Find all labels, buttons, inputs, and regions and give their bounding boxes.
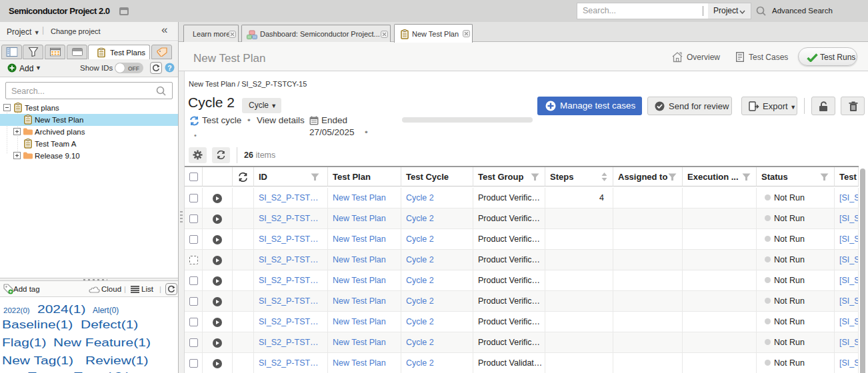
svg-text:?: ? xyxy=(167,64,171,72)
